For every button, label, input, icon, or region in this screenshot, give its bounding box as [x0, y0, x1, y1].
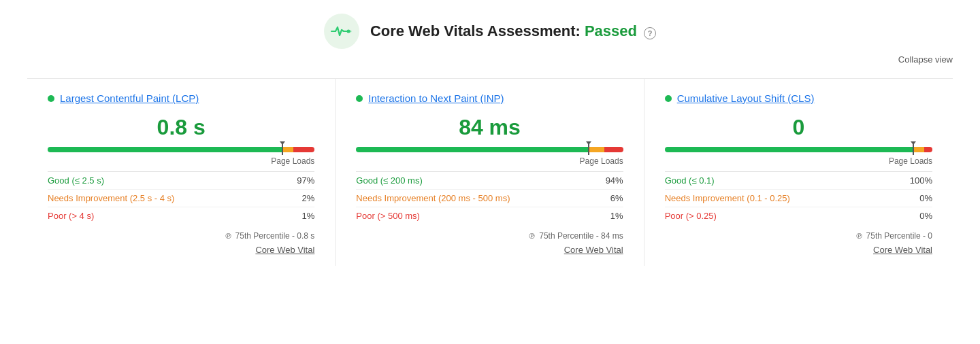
card-title[interactable]: Cumulative Layout Shift (CLS) [677, 92, 815, 104]
page-loads-label: Page Loads [356, 156, 623, 166]
stat-row: Good (≤ 2.5 s) 97% [48, 172, 314, 190]
stat-row: Needs Improvement (0.1 - 0.25) 0% [665, 190, 932, 207]
card-header: Largest Contentful Paint (LCP) [48, 92, 314, 104]
stat-label: Poor (> 0.25) [665, 207, 892, 225]
stat-label: Needs Improvement (0.1 - 0.25) [665, 190, 892, 207]
card-footer: ℗ 75th Percentile - 84 ms Core Web Vital [356, 231, 623, 255]
progress-bar-container [356, 147, 623, 152]
collapse-row: Collapse view [27, 54, 953, 65]
pulse-chart-icon [330, 24, 353, 39]
card-lcp: Largest Contentful Paint (LCP) 0.8 s Pag… [27, 79, 336, 266]
stat-label: Good (≤ 200 ms) [356, 172, 595, 190]
percentile-value: 75th Percentile - 84 ms [539, 231, 623, 241]
stats-table: Good (≤ 200 ms) 94% Needs Improvement (2… [356, 171, 623, 224]
bar-green [48, 147, 282, 152]
stats-table: Good (≤ 0.1) 100% Needs Improvement (0.1… [665, 171, 932, 224]
status-dot [665, 95, 672, 102]
stat-row: Needs Improvement (2.5 s - 4 s) 2% [48, 190, 314, 207]
card-footer: ℗ 75th Percentile - 0.8 s Core Web Vital [48, 231, 314, 255]
bar-marker [913, 144, 914, 155]
core-web-vital-link[interactable]: Core Web Vital [48, 245, 314, 255]
bar-red [293, 147, 314, 152]
card-title[interactable]: Largest Contentful Paint (LCP) [60, 92, 199, 104]
stat-value: 2% [282, 190, 314, 207]
stat-value: 94% [595, 172, 623, 190]
card-inp: Interaction to Next Paint (INP) 84 ms Pa… [336, 79, 644, 266]
percentile-value: 75th Percentile - 0.8 s [235, 231, 315, 241]
bar-green [356, 147, 588, 152]
stat-value: 6% [595, 190, 623, 207]
help-icon[interactable]: ? [644, 27, 656, 39]
collapse-button[interactable]: Collapse view [898, 54, 953, 65]
assessment-icon-circle [324, 14, 359, 49]
stat-value: 1% [282, 207, 314, 225]
stat-value: 0% [892, 207, 932, 225]
core-web-vital-link[interactable]: Core Web Vital [356, 245, 623, 255]
metric-value: 84 ms [356, 115, 623, 140]
percentile-icon: ℗ [528, 232, 536, 241]
status-dot [356, 95, 363, 102]
bar-green [665, 147, 914, 152]
card-footer: ℗ 75th Percentile - 0 Core Web Vital [665, 231, 932, 255]
percentile-icon: ℗ [855, 232, 863, 241]
stat-label: Good (≤ 2.5 s) [48, 172, 282, 190]
title-prefix: Core Web Vitals Assessment: [370, 22, 581, 39]
stat-label: Needs Improvement (200 ms - 500 ms) [356, 190, 595, 207]
stat-label: Poor (> 4 s) [48, 207, 282, 225]
percentile-row: ℗ 75th Percentile - 84 ms [356, 231, 623, 241]
bar-track [665, 147, 932, 152]
stat-value: 100% [892, 172, 932, 190]
metric-value: 0 [665, 115, 932, 140]
percentile-icon: ℗ [225, 232, 232, 241]
stat-row: Poor (> 4 s) 1% [48, 207, 314, 225]
stat-row: Good (≤ 0.1) 100% [665, 172, 932, 190]
bar-track [356, 147, 623, 152]
card-cls: Cumulative Layout Shift (CLS) 0 Page Loa… [644, 79, 953, 266]
page-loads-label: Page Loads [665, 156, 932, 166]
stat-row: Needs Improvement (200 ms - 500 ms) 6% [356, 190, 623, 207]
page-wrapper: Core Web Vitals Assessment: Passed ? Col… [0, 0, 980, 286]
status-dot [48, 95, 54, 102]
bar-marker [588, 144, 589, 155]
stat-label: Good (≤ 0.1) [665, 172, 892, 190]
bar-marker [282, 144, 283, 155]
stat-value: 97% [282, 172, 314, 190]
svg-point-1 [349, 31, 351, 33]
bar-track [48, 147, 314, 152]
page-title: Core Web Vitals Assessment: Passed ? [370, 22, 656, 40]
bar-red [604, 147, 623, 152]
stat-label: Poor (> 500 ms) [356, 207, 595, 225]
card-header: Interaction to Next Paint (INP) [356, 92, 623, 104]
bar-orange [282, 147, 293, 152]
bar-red [924, 147, 932, 152]
progress-bar-container [48, 147, 314, 152]
stat-row: Poor (> 0.25) 0% [665, 207, 932, 225]
title-status: Passed [585, 22, 637, 39]
percentile-row: ℗ 75th Percentile - 0 [665, 231, 932, 241]
page-loads-label: Page Loads [48, 156, 314, 166]
cards-grid: Largest Contentful Paint (LCP) 0.8 s Pag… [27, 78, 953, 266]
bar-orange [589, 147, 605, 152]
stat-row: Poor (> 500 ms) 1% [356, 207, 623, 225]
card-header: Cumulative Layout Shift (CLS) [665, 92, 932, 104]
bar-orange [913, 147, 924, 152]
metric-value: 0.8 s [48, 115, 314, 140]
stat-value: 1% [595, 207, 623, 225]
percentile-value: 75th Percentile - 0 [866, 231, 932, 241]
header: Core Web Vitals Assessment: Passed ? [27, 14, 953, 49]
progress-bar-container [665, 147, 932, 152]
core-web-vital-link[interactable]: Core Web Vital [665, 245, 932, 255]
percentile-row: ℗ 75th Percentile - 0.8 s [48, 231, 314, 241]
stat-label: Needs Improvement (2.5 s - 4 s) [48, 190, 282, 207]
stats-table: Good (≤ 2.5 s) 97% Needs Improvement (2.… [48, 171, 314, 224]
card-title[interactable]: Interaction to Next Paint (INP) [368, 92, 504, 104]
stat-row: Good (≤ 200 ms) 94% [356, 172, 623, 190]
stat-value: 0% [892, 190, 932, 207]
